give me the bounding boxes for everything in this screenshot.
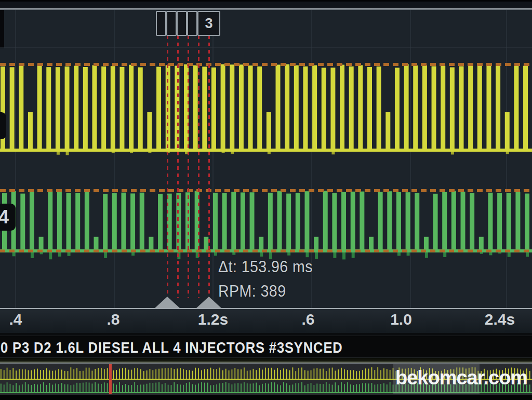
watermark-text: bekomcar.com xyxy=(395,367,527,389)
time-axis-label: .8 xyxy=(107,311,119,328)
marker-flag[interactable] xyxy=(187,11,197,36)
time-axis-label: .6 xyxy=(301,311,314,328)
marker-group-flag[interactable]: 3 xyxy=(197,11,220,36)
marker-flag[interactable] xyxy=(156,11,166,36)
marker-cursor-line xyxy=(167,35,168,298)
minimap-position-cursor[interactable] xyxy=(109,364,112,394)
time-axis[interactable]: .4 .8 1.2s .6 1.0 2.4s xyxy=(0,308,532,333)
session-label: 00 P3 D2 1.6L DIESEL ALL 4 INJECTORS #3S… xyxy=(0,339,343,356)
separator xyxy=(0,358,532,363)
bottom-bar xyxy=(0,395,532,400)
overview-minimap[interactable]: bekomcar.com xyxy=(0,363,532,395)
time-marker-triangle[interactable] xyxy=(196,297,221,308)
channel-badge-yellow[interactable]: 3 xyxy=(0,112,6,139)
time-axis-label: 1.2s xyxy=(198,311,228,328)
channel-badge-green-label: 4 xyxy=(0,206,9,228)
marker-group-label: 3 xyxy=(205,16,212,32)
scope-screen: 3 3 4 Δt: 153.96 ms RPM: 389 .4 .8 1.2s … xyxy=(0,0,532,400)
session-bar: 00 P3 D2 1.6L DIESEL ALL 4 INJECTORS #3S… xyxy=(0,336,532,358)
marker-flag[interactable] xyxy=(177,11,187,36)
marker-flag[interactable] xyxy=(166,11,177,36)
rpm-readout: RPM: 389 xyxy=(218,282,286,301)
time-marker-triangle[interactable] xyxy=(155,297,180,308)
marker-cursor-line xyxy=(208,35,210,298)
marker-cursor-line xyxy=(188,35,189,298)
waveform-plot-area[interactable]: 3 3 4 Δt: 153.96 ms RPM: 389 xyxy=(0,10,532,308)
time-axis-label: .4 xyxy=(9,311,22,328)
marker-cursor-line xyxy=(198,35,200,298)
time-axis-label: 1.0 xyxy=(390,311,412,328)
delta-t-readout: Δt: 153.96 ms xyxy=(218,258,313,276)
marker-cursor-line xyxy=(177,35,179,298)
channel-badge-green[interactable]: 4 xyxy=(0,204,16,231)
time-axis-label: 2.4s xyxy=(485,311,515,328)
